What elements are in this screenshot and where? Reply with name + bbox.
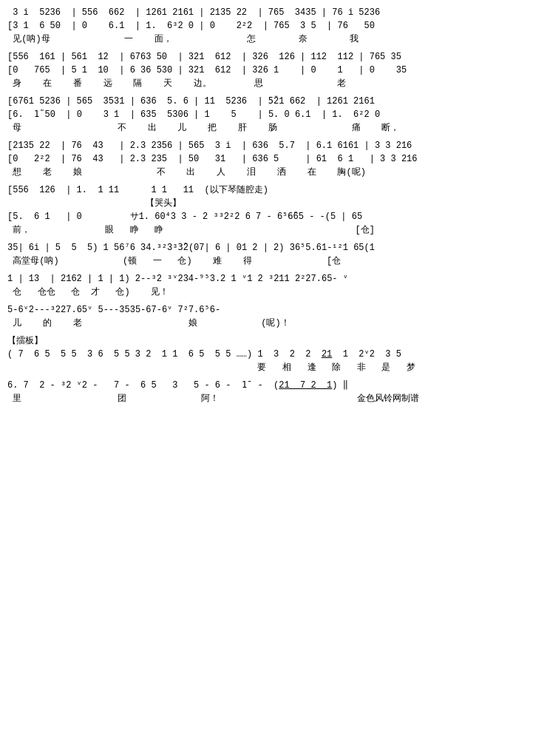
score-block-9: 【擂板】 ( 7 6 5 5 5 3 6 5 5 3 2 1 1 6 5 5 5… xyxy=(7,334,540,374)
notation-line-2a: [556 161 | 561 12 | 6763 50 | 321 612 | … xyxy=(7,50,540,64)
score-block-4: [2135 22 | 76 43 | 2.3 2356 | 565 3 i | … xyxy=(7,139,540,179)
score-container: 3 i 5236 | 556 662 | 1261 2161 | 2135 22… xyxy=(7,6,540,405)
notation-line-7a: 1 | 13 | 2162 | 1 | 1) 2--³2 ³ᵛ234-⁹⁵3.2… xyxy=(7,272,540,286)
notation-line-5a: [556 126 | 1. 1 11 1 1 11 (以下琴随腔走) xyxy=(7,183,540,197)
score-block-2: [556 161 | 561 12 | 6763 50 | 321 612 | … xyxy=(7,50,540,90)
notation-line-1b: [3 1 6 50 | 0 6.1 | 1. 6³2 0 | 0 2²2 | 7… xyxy=(7,19,540,33)
lyrics-line-10: 里 团 阿！ 金色风铃网制谱 xyxy=(7,392,540,405)
score-block-6: 35| 6i | 5 5 5) 1 56⁷6 34.³²3³3̃2(07| 6 … xyxy=(7,241,540,268)
notation-line-2b: [0 765 | 5 1 10 | 6 36 530 | 321 612 | 3… xyxy=(7,64,540,77)
score-block-10: 6. 7 2 - ³2 ᵛ2 - 7 - 6 5 3 5 - 6 - 1̄ - … xyxy=(7,379,540,405)
notation-line-9a: ( 7 6 5 5 5 3 6 5 5 3 2 1 1 6 5 5 5 ……) … xyxy=(7,348,540,361)
score-block-5: [556 126 | 1. 1 11 1 1 11 (以下琴随腔走) 【哭头】 … xyxy=(7,183,540,237)
notation-line-1a: 3 i 5236 | 556 662 | 1261 2161 | 2135 22… xyxy=(7,6,540,19)
bracket-label-9: 【擂板】 xyxy=(7,334,540,348)
score-block-1: 3 i 5236 | 556 662 | 1261 2161 | 2135 22… xyxy=(7,6,540,46)
lyrics-line-3: 母 不 出 儿 把 肝 肠 痛 断， xyxy=(7,121,540,135)
notation-line-4a: [2135 22 | 76 43 | 2.3 2356 | 565 3 i | … xyxy=(7,139,540,152)
notation-line-4b: [0 2²2 | 76 43 | 2.3 235 | 50 31 | 636 5… xyxy=(7,152,540,166)
lyrics-line-1: 见(呐)母 一 面， 怎 奈 我 xyxy=(7,33,540,46)
lyrics-line-2: 身 在 番 远 隔 天 边。 思 老 xyxy=(7,77,540,90)
score-block-3: [6761 5236 | 565 3531 | 636 5. 6 | 11 52… xyxy=(7,95,540,135)
lyrics-line-6: 高堂母(呐) (顿 一 仓) 难 得 [仓 xyxy=(7,254,540,268)
notation-line-3b: [6. 1̃ 50 | 0 3 1 | 635 5306 | 1 5 | 5. … xyxy=(7,108,540,121)
notation-line-6a: 35| 6i | 5 5 5) 1 56⁷6 34.³²3³3̃2(07| 6 … xyxy=(7,241,540,254)
notation-line-3a: [6761 5236 | 565 3531 | 636 5. 6 | 11 52… xyxy=(7,95,540,108)
score-block-8: 5-6ᵛ2---³227.65ᵛ 5---3535-67-6ᵛ 7²7.6⁵6-… xyxy=(7,303,540,330)
notation-line-5b: 【哭头】 [5. 6 1 | 0 サ1. 60⁴3 3 - 2 ³³2²2 6 … xyxy=(7,197,540,223)
lyrics-line-5: 前， 眼 睁 睁 [仓] xyxy=(7,223,540,237)
lyrics-line-4: 想 老 娘 不 出 人 泪 洒 在 胸(呢) xyxy=(7,166,540,179)
notation-line-10a: 6. 7 2 - ³2 ᵛ2 - 7 - 6 5 3 5 - 6 - 1̄ - … xyxy=(7,379,540,392)
notation-line-8a: 5-6ᵛ2---³227.65ᵛ 5---3535-67-6ᵛ 7²7.6⁵6- xyxy=(7,303,540,317)
lyrics-line-7: 仓 仓仓 仓 才 仓) 见！ xyxy=(7,286,540,299)
score-block-7: 1 | 13 | 2162 | 1 | 1) 2--³2 ³ᵛ234-⁹⁵3.2… xyxy=(7,272,540,299)
lyrics-line-9: 要 相 逢 除 非 是 梦 xyxy=(7,361,540,374)
lyrics-line-8: 儿 的 老 娘 (呢)！ xyxy=(7,317,540,330)
